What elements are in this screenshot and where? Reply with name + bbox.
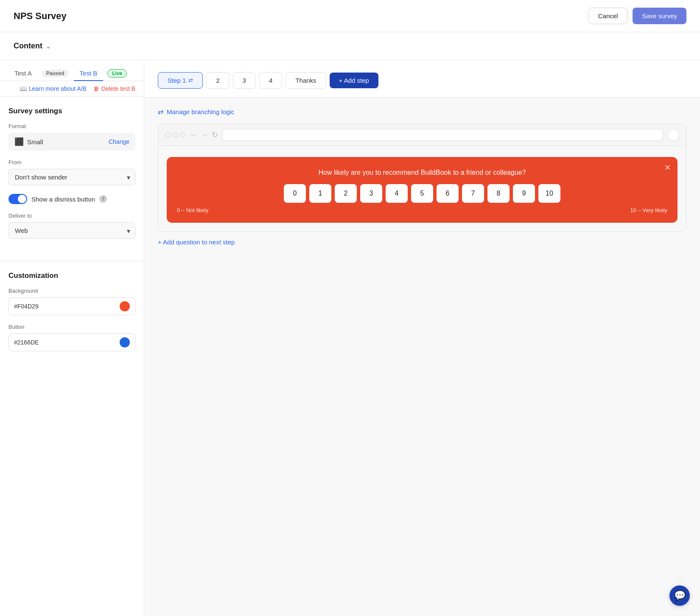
chevron-down-icon: ⌄ <box>46 43 51 50</box>
from-select[interactable]: Don't show sender <box>8 169 135 185</box>
dismiss-toggle[interactable] <box>8 194 27 204</box>
format-icon: ⬛ <box>14 137 24 146</box>
browser-mockup: ← → ↻ ✕ How likely are you to recommend … <box>158 123 686 232</box>
from-label: From <box>8 159 135 165</box>
learn-more-link[interactable]: 📖 Learn more about A/B <box>20 85 87 92</box>
survey-settings-panel: Survey settings Format ⬛ Small Change Fr… <box>0 97 144 258</box>
dismiss-label: Show a dismiss button <box>31 196 95 203</box>
step-tabs-bar: Step 1 ⇄ 2 3 4 Thanks + Add step <box>144 60 700 98</box>
nps-btn-2[interactable]: 2 <box>335 184 357 203</box>
survey-settings-title: Survey settings <box>8 107 135 115</box>
nps-btn-4[interactable]: 4 <box>386 184 408 203</box>
dismiss-toggle-row: Show a dismiss button ? <box>8 194 135 204</box>
step-3-tab[interactable]: 3 <box>233 72 256 89</box>
browser-profile <box>667 129 679 141</box>
browser-dot-3 <box>180 132 185 137</box>
background-field-group: Background #F04D29 <box>8 288 135 315</box>
chat-icon: 💬 <box>674 590 686 601</box>
deliver-select-wrap: Web <box>8 222 135 239</box>
nps-question: How likely are you to recommend BuildBoo… <box>177 169 667 176</box>
thanks-tab[interactable]: Thanks <box>286 72 326 89</box>
button-color-row: #2166DE <box>8 333 135 351</box>
button-color-dot[interactable] <box>120 337 130 347</box>
step-icon: ⇄ <box>188 77 193 84</box>
change-format-button[interactable]: Change <box>109 138 129 145</box>
customization-panel: Customization Background #F04D29 Button … <box>0 272 144 370</box>
nps-close-button[interactable]: ✕ <box>664 163 671 172</box>
manage-branching-button[interactable]: ⇄ Manage branching logic <box>158 108 686 116</box>
background-color-value: #F04D29 <box>14 303 116 310</box>
sidebar: Test A Paused Test B Live 📖 Learn more a… <box>0 60 144 616</box>
add-question-button[interactable]: + Add question to next step <box>158 232 686 252</box>
browser-body: ✕ How likely are you to recommend BuildB… <box>158 146 686 231</box>
browser-dot-2 <box>173 132 178 137</box>
content-label: Content <box>14 42 42 50</box>
nps-btn-6[interactable]: 6 <box>437 184 459 203</box>
nps-btn-10[interactable]: 10 <box>538 184 560 203</box>
nps-btn-1[interactable]: 1 <box>309 184 331 203</box>
browser-url-bar <box>222 129 663 141</box>
browser-back-icon[interactable]: ← <box>190 131 197 140</box>
deliver-select[interactable]: Web <box>8 222 135 239</box>
from-field-group: From Don't show sender <box>8 159 135 185</box>
nps-btn-9[interactable]: 9 <box>513 184 535 203</box>
top-bar-actions: Cancel Save survey <box>588 8 686 24</box>
customization-title: Customization <box>8 272 135 280</box>
step-1-tab[interactable]: Step 1 ⇄ <box>158 72 203 89</box>
right-panel: Step 1 ⇄ 2 3 4 Thanks + Add step ⇄ Manag… <box>144 60 700 616</box>
branching-icon: ⇄ <box>158 108 163 116</box>
button-field-group: Button #2166DE <box>8 324 135 351</box>
delete-test-button[interactable]: 🗑 Delete test B <box>93 85 135 92</box>
chat-button[interactable]: 💬 <box>669 585 690 606</box>
book-icon: 📖 <box>20 85 27 92</box>
step-2-tab[interactable]: 2 <box>206 72 229 89</box>
tab-test-b[interactable]: Test B <box>74 66 104 81</box>
browser-dots <box>165 132 185 137</box>
format-field-group: Format ⬛ Small Change <box>8 123 135 151</box>
browser-dot-1 <box>165 132 170 137</box>
background-color-dot[interactable] <box>120 301 130 311</box>
ab-tabs-row: Test A Paused Test B Live <box>0 60 144 81</box>
format-label: Format <box>8 123 135 129</box>
nps-btn-0[interactable]: 0 <box>284 184 306 203</box>
browser-nav: ← → ↻ <box>190 130 218 140</box>
tab-test-a[interactable]: Test A <box>8 66 38 81</box>
top-bar: NPS Survey Cancel Save survey <box>0 0 700 32</box>
paused-badge: Paused <box>42 70 69 77</box>
not-likely-label: 0 – Not likely <box>177 207 208 213</box>
background-color-row: #F04D29 <box>8 297 135 315</box>
nps-btn-5[interactable]: 5 <box>411 184 433 203</box>
page-title: NPS Survey <box>14 11 67 22</box>
browser-forward-icon[interactable]: → <box>201 131 208 140</box>
content-section: Content ⌄ <box>0 32 700 60</box>
nps-btn-8[interactable]: 8 <box>487 184 510 203</box>
nps-btn-3[interactable]: 3 <box>360 184 382 203</box>
help-icon[interactable]: ? <box>99 195 107 203</box>
nps-btn-7[interactable]: 7 <box>462 184 484 203</box>
very-likely-label: 10 – Very likely <box>630 207 667 213</box>
browser-refresh-icon[interactable]: ↻ <box>212 130 218 140</box>
button-label: Button <box>8 324 135 330</box>
background-label: Background <box>8 288 135 294</box>
main-layout: Test A Paused Test B Live 📖 Learn more a… <box>0 60 700 616</box>
nps-widget: ✕ How likely are you to recommend BuildB… <box>167 157 678 223</box>
live-badge: Live <box>107 69 127 78</box>
button-color-value: #2166DE <box>14 339 116 346</box>
cancel-button[interactable]: Cancel <box>588 8 628 24</box>
trash-icon: 🗑 <box>93 85 99 92</box>
deliver-label: Deliver to <box>8 213 135 219</box>
nps-scale: 012345678910 <box>177 184 667 203</box>
format-row: ⬛ Small Change <box>8 133 135 151</box>
ab-actions: 📖 Learn more about A/B 🗑 Delete test B <box>0 81 144 97</box>
add-step-button[interactable]: + Add step <box>330 73 378 88</box>
deliver-field-group: Deliver to Web <box>8 213 135 239</box>
browser-bar: ← → ↻ <box>158 124 686 146</box>
nps-labels: 0 – Not likely 10 – Very likely <box>177 207 667 213</box>
save-survey-button[interactable]: Save survey <box>633 8 686 24</box>
content-area: ⇄ Manage branching logic ← → ↻ <box>144 98 700 616</box>
step-4-tab[interactable]: 4 <box>259 72 282 89</box>
from-select-wrap: Don't show sender <box>8 169 135 185</box>
format-value: Small <box>27 138 105 146</box>
